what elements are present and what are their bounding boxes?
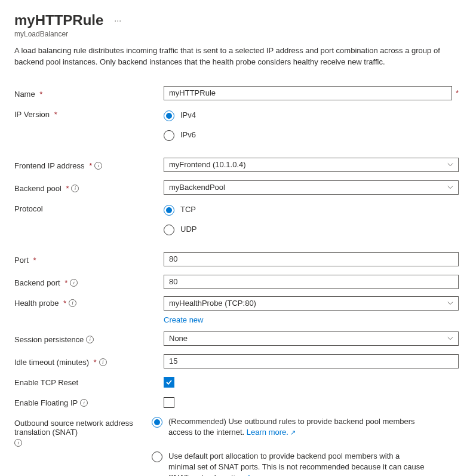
- port-input[interactable]: [164, 252, 459, 266]
- idle-label: Idle timeout (minutes) * i: [14, 355, 164, 367]
- floatingip-label: Enable Floating IP i: [14, 396, 164, 407]
- ipv4-radio[interactable]: IPv4: [164, 110, 459, 121]
- page-header: myHTTPRule ··· myLoadBalancer: [14, 12, 459, 38]
- backendport-label: Backend port * i: [14, 276, 164, 287]
- breadcrumb-parent: myLoadBalancer: [14, 30, 459, 38]
- info-icon[interactable]: i: [70, 279, 78, 287]
- floatingip-checkbox[interactable]: [164, 397, 174, 408]
- more-actions-button[interactable]: ···: [112, 16, 124, 25]
- chevron-down-icon: [447, 300, 453, 306]
- info-icon[interactable]: i: [71, 185, 79, 192]
- snat-opt2-text: Use default port allocation to provide b…: [168, 452, 424, 476]
- snat-default-radio[interactable]: Use default port allocation to provide b…: [152, 451, 459, 476]
- port-label: Port *: [14, 253, 164, 265]
- protocol-label: Protocol: [14, 202, 164, 213]
- session-select[interactable]: None: [164, 331, 459, 346]
- backendpool-select[interactable]: myBackendPool: [164, 180, 459, 195]
- snat-learnmore-link-2[interactable]: Learn more.: [248, 473, 297, 476]
- info-icon[interactable]: i: [69, 299, 76, 307]
- idle-input[interactable]: [164, 354, 459, 368]
- required-indicator: *: [456, 88, 459, 97]
- tcpreset-checkbox[interactable]: [164, 377, 174, 388]
- name-label: Name *: [14, 87, 164, 99]
- chevron-down-icon: [447, 336, 453, 342]
- page-description: A load balancing rule distributes incomi…: [14, 45, 459, 68]
- snat-recommended-radio[interactable]: (Recommended) Use outbound rules to prov…: [152, 416, 459, 438]
- frontend-label: Frontend IP address * i: [14, 159, 164, 170]
- page-title: myHTTPRule: [14, 12, 103, 29]
- chevron-down-icon: [447, 162, 453, 168]
- healthprobe-select[interactable]: myHealthProbe (TCP:80): [164, 296, 459, 311]
- protocol-tcp-radio[interactable]: TCP: [164, 204, 459, 216]
- info-icon[interactable]: i: [99, 358, 107, 366]
- healthprobe-label: Health probe * i: [14, 296, 164, 308]
- session-label: Session persistence i: [14, 333, 164, 344]
- backendpool-label: Backend pool * i: [14, 182, 164, 193]
- ipversion-label: IP Version *: [14, 108, 164, 119]
- protocol-udp-radio[interactable]: UDP: [164, 224, 459, 235]
- info-icon[interactable]: i: [14, 439, 22, 447]
- create-new-healthprobe-link[interactable]: Create new: [164, 315, 203, 324]
- info-icon[interactable]: i: [86, 336, 94, 343]
- chevron-down-icon: [447, 185, 453, 191]
- backendport-input[interactable]: [164, 275, 459, 289]
- frontend-select[interactable]: myFrontend (10.1.0.4): [164, 158, 459, 172]
- info-icon[interactable]: i: [94, 162, 102, 170]
- snat-learnmore-link-1[interactable]: Learn more.: [247, 428, 296, 437]
- name-input[interactable]: [164, 86, 452, 100]
- ipv6-radio[interactable]: IPv6: [164, 130, 459, 141]
- tcpreset-label: Enable TCP Reset: [14, 376, 164, 387]
- snat-label: Outbound source network address translat…: [14, 416, 152, 447]
- info-icon[interactable]: i: [80, 399, 88, 407]
